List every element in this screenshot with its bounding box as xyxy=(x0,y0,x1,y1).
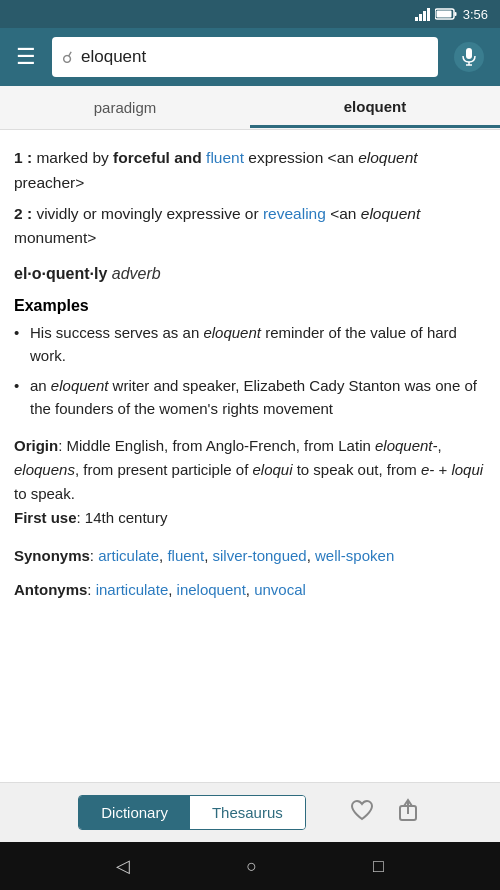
link-revealing[interactable]: revealing xyxy=(263,205,326,222)
menu-button[interactable]: ☰ xyxy=(10,40,42,74)
origin-label: Origin xyxy=(14,437,58,454)
tabs-row: paradigm eloquent xyxy=(0,86,500,130)
def-num-1: 1 : xyxy=(14,149,32,166)
svg-rect-1 xyxy=(419,14,422,21)
bottom-nav: Dictionary Thesaurus xyxy=(0,782,500,842)
search-icon: ☌ xyxy=(62,48,73,67)
antonyms-section: Antonyms: inarticulate, ineloquent, unvo… xyxy=(14,578,486,602)
search-bar: ☌ xyxy=(52,37,438,77)
example-1: His success serves as an eloquent remind… xyxy=(14,321,486,368)
bottom-action-icons xyxy=(346,794,422,832)
top-bar: ☰ ☌ xyxy=(0,28,500,86)
mic-button[interactable] xyxy=(448,36,490,78)
back-button[interactable]: ◁ xyxy=(116,855,130,877)
mic-icon xyxy=(454,42,484,72)
status-time: 3:56 xyxy=(463,7,488,22)
tab-paradigm[interactable]: paradigm xyxy=(0,89,250,126)
view-toggle: Dictionary Thesaurus xyxy=(78,795,306,830)
dictionary-tab-btn[interactable]: Dictionary xyxy=(79,796,190,829)
svg-rect-5 xyxy=(454,12,456,16)
svg-rect-3 xyxy=(427,8,430,21)
search-input[interactable] xyxy=(81,47,428,67)
examples-section: Examples His success serves as an eloque… xyxy=(14,297,486,420)
examples-title: Examples xyxy=(14,297,486,315)
content-area: 1 : marked by forceful and fluent expres… xyxy=(0,130,500,782)
link-unvocal[interactable]: unvocal xyxy=(254,581,306,598)
link-ineloquent[interactable]: ineloquent xyxy=(177,581,246,598)
tab-eloquent[interactable]: eloquent xyxy=(250,88,500,128)
synonyms-section: Synonyms: articulate, fluent, silver-ton… xyxy=(14,544,486,568)
example-2: an eloquent writer and speaker, Elizabet… xyxy=(14,374,486,421)
definition-1: 1 : marked by forceful and fluent expres… xyxy=(14,146,486,196)
recents-button[interactable]: □ xyxy=(373,856,384,877)
heart-icon xyxy=(350,799,374,821)
thesaurus-tab-btn[interactable]: Thesaurus xyxy=(190,796,305,829)
adverb-word: el·o·quent·ly xyxy=(14,265,107,282)
adverb-section: el·o·quent·ly adverb xyxy=(14,265,486,283)
link-articulate[interactable]: articulate xyxy=(98,547,159,564)
svg-rect-7 xyxy=(466,48,472,59)
link-fluent[interactable]: fluent xyxy=(206,149,244,166)
share-icon xyxy=(398,798,418,822)
android-nav-bar: ◁ ○ □ xyxy=(0,842,500,890)
antonyms-label: Antonyms xyxy=(14,581,87,598)
signal-icon xyxy=(415,8,431,21)
share-button[interactable] xyxy=(394,794,422,832)
synonyms-label: Synonyms xyxy=(14,547,90,564)
firstuse-label: First use xyxy=(14,509,77,526)
favorite-button[interactable] xyxy=(346,794,378,832)
adverb-pos: adverb xyxy=(112,265,161,282)
status-icons xyxy=(415,8,457,21)
link-inarticulate[interactable]: inarticulate xyxy=(96,581,169,598)
def-num-2: 2 : xyxy=(14,205,32,222)
link-silver-tongued[interactable]: silver-tongued xyxy=(212,547,306,564)
status-bar: 3:56 xyxy=(0,0,500,28)
home-button[interactable]: ○ xyxy=(246,856,257,877)
battery-icon xyxy=(435,8,457,20)
definition-2: 2 : vividly or movingly expressive or re… xyxy=(14,202,486,252)
origin-section: Origin: Middle English, from Anglo-Frenc… xyxy=(14,434,486,530)
link-fluent-syn[interactable]: fluent xyxy=(167,547,204,564)
mic-svg xyxy=(462,48,476,66)
link-well-spoken[interactable]: well-spoken xyxy=(315,547,394,564)
svg-rect-0 xyxy=(415,17,418,21)
svg-rect-6 xyxy=(436,11,451,18)
svg-rect-2 xyxy=(423,11,426,21)
